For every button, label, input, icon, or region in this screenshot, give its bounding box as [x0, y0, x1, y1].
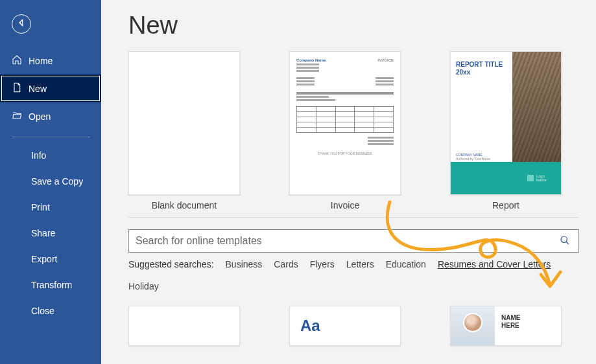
- avatar-icon: [463, 313, 483, 332]
- suggested-link-education[interactable]: Education: [386, 259, 426, 269]
- suggested-link-resumes[interactable]: Resumes and Cover Letters: [438, 259, 551, 269]
- sidebar-item-home[interactable]: Home: [0, 47, 101, 74]
- file-icon: [12, 82, 22, 95]
- template-thumbnail[interactable]: Aa: [289, 306, 401, 346]
- back-arrow-icon: [17, 18, 26, 30]
- template-thumbnail: REPORT TITLE20xx COMPANY NAMEAuthored by…: [450, 51, 562, 195]
- report-title: REPORT TITLE: [456, 61, 503, 68]
- search-input[interactable]: [128, 229, 579, 253]
- section-divider: [128, 217, 579, 218]
- main-panel: New Blank document Company NameINVOICE T…: [101, 0, 596, 364]
- search-icon: [560, 235, 570, 247]
- sidebar-item-export[interactable]: Export: [0, 246, 101, 272]
- sidebar-item-save-a-copy[interactable]: Save a Copy: [0, 168, 101, 194]
- template-blank-document[interactable]: Blank document: [128, 51, 240, 210]
- page-title: New: [128, 12, 579, 40]
- invoice-word: INVOICE: [377, 58, 394, 62]
- sidebar-item-label: Open: [29, 111, 51, 122]
- search-wrap: [128, 229, 579, 253]
- template-thumbnail: Company NameINVOICE THANK YOU FOR YOUR B…: [289, 51, 401, 195]
- suggested-label: Suggested searches:: [128, 259, 214, 269]
- featured-templates-row: Blank document Company NameINVOICE THANK…: [128, 51, 579, 210]
- invoice-company-name: Company Name: [296, 58, 326, 62]
- templates-row-2: Aa NAMEHERE: [128, 306, 579, 346]
- folder-open-icon: [12, 110, 22, 122]
- template-label: Invoice: [331, 200, 359, 210]
- sidebar-item-open[interactable]: Open: [0, 102, 101, 130]
- resume-name-line2: HERE: [501, 322, 520, 330]
- report-author: Authored by Your Name: [456, 157, 490, 161]
- suggested-link-flyers[interactable]: Flyers: [310, 259, 335, 269]
- svg-point-0: [561, 236, 567, 242]
- sidebar-item-transform[interactable]: Transform: [0, 272, 101, 298]
- search-button[interactable]: [553, 229, 577, 253]
- sidebar: Home New Open Info Save a Copy Print Sha…: [0, 0, 101, 364]
- home-icon: [12, 54, 22, 67]
- template-report[interactable]: REPORT TITLE20xx COMPANY NAMEAuthored by…: [450, 51, 562, 210]
- report-photo-placeholder: [512, 52, 561, 162]
- sidebar-item-label: New: [29, 84, 47, 94]
- svg-line-1: [566, 242, 569, 244]
- sidebar-item-label: Home: [29, 56, 53, 66]
- sidebar-item-info[interactable]: Info: [0, 142, 101, 168]
- suggested-link-cards[interactable]: Cards: [274, 259, 298, 269]
- report-logo-text: Logo Name: [536, 174, 547, 182]
- suggested-link-letters[interactable]: Letters: [346, 259, 374, 269]
- template-label: Blank document: [152, 200, 217, 210]
- template-thumbnail: [128, 51, 240, 195]
- sidebar-divider: [12, 137, 89, 137]
- back-button[interactable]: [12, 14, 31, 34]
- sidebar-item-new[interactable]: New: [0, 74, 101, 102]
- suggested-link-holiday[interactable]: Holiday: [128, 281, 159, 291]
- report-year: 20xx: [456, 69, 470, 76]
- aa-text: Aa: [300, 317, 320, 334]
- sidebar-item-share[interactable]: Share: [0, 220, 101, 246]
- suggested-searches: Suggested searches: Business Cards Flyer…: [128, 259, 579, 291]
- template-thumbnail[interactable]: [128, 306, 240, 346]
- resume-name-line1: NAME: [501, 314, 520, 322]
- template-invoice[interactable]: Company NameINVOICE THANK YOU FOR YOUR B…: [289, 51, 401, 210]
- logo-icon: [527, 175, 534, 181]
- suggested-link-business[interactable]: Business: [226, 259, 263, 269]
- sidebar-item-print[interactable]: Print: [0, 194, 101, 220]
- template-thumbnail[interactable]: NAMEHERE: [450, 306, 562, 346]
- template-label: Report: [492, 200, 519, 210]
- sidebar-item-close[interactable]: Close: [0, 298, 101, 324]
- invoice-footer: THANK YOU FOR YOUR BUSINESS: [296, 152, 394, 155]
